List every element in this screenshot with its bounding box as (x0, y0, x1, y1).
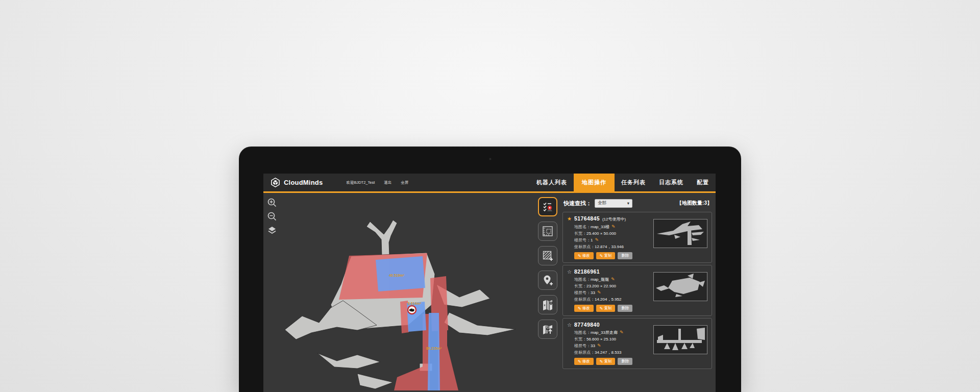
map-controls (267, 198, 277, 235)
quick-find-select[interactable]: 全部 ▾ (595, 199, 632, 208)
edit-floor-icon[interactable]: ✎ (597, 290, 601, 295)
measure-map-icon (542, 225, 554, 237)
map-floor: 33 (591, 344, 595, 348)
field-label-origin: 坐标原点： (574, 297, 595, 302)
map-list-panel: 快速查找： 全部 ▾ 【地图数量:3】 ★ 51764845 (12号使用中) (560, 193, 716, 390)
menu-item-task-list[interactable]: 任务列表 (615, 174, 652, 193)
zoom-out-button[interactable] (267, 211, 277, 222)
upload-map-tool-button[interactable] (538, 320, 557, 339)
pencil-icon: ✎ (600, 306, 603, 311)
delete-button[interactable]: 删除 (618, 305, 632, 312)
map-count-badge: 【地图数量:3】 (677, 200, 712, 207)
zoom-in-button[interactable] (267, 198, 277, 208)
field-label-name: 地图名： (574, 224, 591, 230)
add-point-tool-button[interactable] (538, 271, 557, 290)
favorite-star-icon[interactable]: ☆ (567, 269, 572, 275)
map-floor: 33 (591, 290, 595, 295)
point-list-icon (542, 201, 554, 213)
map-card-list: ★ 51764845 (12号使用中) 地图名：map_33楼✎ 长宽：25.4… (562, 212, 712, 371)
main-menu: 机器人列表 地图操作 任务列表 日志系统 配置 (530, 174, 716, 193)
map-card: ☆ 87749840 地图名：map_33层走廊✎ 长宽：56.600 × 25… (562, 318, 712, 369)
map-size: 56.600 × 25.100 (586, 337, 616, 341)
modify-button[interactable]: ✎修改 (574, 305, 594, 312)
edit-floor-icon[interactable]: ✎ (595, 238, 599, 242)
field-label-floor: 楼层号： (574, 343, 591, 349)
brand-name: CloudMinds (284, 179, 323, 186)
area-label-1: 40.519m² (389, 274, 405, 277)
favorite-star-icon[interactable]: ☆ (567, 322, 572, 328)
field-label-floor: 楼层号： (574, 237, 591, 243)
menu-item-config[interactable]: 配置 (690, 174, 716, 193)
map-card: ★ 51764845 (12号使用中) 地图名：map_33楼✎ 长宽：25.4… (562, 212, 712, 263)
map-card: ☆ 82186961 地图名：map_腿腿✎ 长宽：23.200 × 22.90… (562, 265, 712, 316)
map-id: 82186961 (574, 268, 600, 275)
map-toolbar (538, 197, 557, 339)
add-area-icon (542, 250, 554, 262)
map-marker-tool-button[interactable] (538, 295, 557, 314)
quick-find-row: 快速查找： 全部 ▾ 【地图数量:3】 (564, 198, 712, 208)
copy-button[interactable]: ✎复制 (596, 305, 616, 312)
map-canvas[interactable]: 40.519m² 8.614m² 80.215m² (263, 193, 554, 390)
map-origin: 12.874，33.946 (595, 244, 624, 250)
area-label-2: 8.614m² (408, 302, 422, 305)
copy-button[interactable]: ✎复制 (596, 252, 616, 259)
map-origin: 34.247，8.533 (595, 350, 622, 355)
edit-name-icon[interactable]: ✎ (620, 330, 624, 335)
delete-button[interactable]: 删除 (618, 358, 632, 365)
map-origin: 14.204，5.952 (595, 297, 622, 302)
map-thumbnail[interactable] (653, 272, 707, 301)
edit-name-icon[interactable]: ✎ (611, 225, 616, 229)
layers-button[interactable] (267, 225, 277, 235)
field-label-origin: 坐标原点： (574, 244, 595, 250)
delete-button[interactable]: 删除 (618, 252, 632, 259)
quick-find-label: 快速查找： (564, 200, 592, 207)
map-name: map_33层走廊 (591, 330, 618, 335)
chevron-down-icon: ▾ (627, 201, 629, 206)
navbar: CloudMinds 欢迎BJDT2_Test 退出 全屏 机器人列表 地图操作… (263, 174, 716, 193)
content: 40.519m² 8.614m² 80.215m² (263, 193, 716, 390)
map-thumbnail[interactable] (653, 219, 707, 248)
webcam-dot (489, 158, 492, 160)
robot-position-marker[interactable] (408, 306, 416, 314)
quick-find-value: 全部 (598, 200, 606, 206)
field-label-name: 地图名： (574, 277, 591, 282)
fullscreen-link[interactable]: 全屏 (401, 180, 408, 185)
field-label-size: 长宽： (574, 231, 586, 236)
modify-button[interactable]: ✎修改 (574, 358, 594, 365)
map-name: map_33楼 (591, 224, 609, 230)
app-screen: CloudMinds 欢迎BJDT2_Test 退出 全屏 机器人列表 地图操作… (263, 174, 716, 392)
cloudminds-logo-icon (271, 178, 280, 187)
field-label-size: 长宽： (574, 283, 586, 289)
brand: CloudMinds (271, 178, 323, 187)
edit-floor-icon[interactable]: ✎ (597, 344, 601, 348)
upload-map-icon (542, 323, 554, 335)
logout-link[interactable]: 退出 (384, 180, 391, 185)
map-id: 87749840 (574, 322, 600, 328)
copy-button[interactable]: ✎复制 (596, 358, 616, 365)
point-list-tool-button[interactable] (538, 197, 557, 216)
favorite-star-icon[interactable]: ★ (567, 216, 572, 222)
modify-button[interactable]: ✎修改 (574, 252, 594, 259)
laptop-frame: CloudMinds 欢迎BJDT2_Test 退出 全屏 机器人列表 地图操作… (239, 146, 741, 392)
measure-tool-button[interactable] (538, 222, 557, 241)
menu-item-robot-list[interactable]: 机器人列表 (530, 174, 574, 193)
map-name: map_腿腿 (591, 277, 609, 282)
field-label-floor: 楼层号： (574, 290, 591, 296)
pencil-icon: ✎ (578, 254, 581, 258)
edit-name-icon[interactable]: ✎ (611, 277, 615, 282)
field-label-size: 长宽： (574, 336, 586, 342)
map-id: 51764845 (574, 215, 600, 222)
map-thumbnail[interactable] (653, 325, 707, 354)
area-label-3: 80.215m² (426, 347, 442, 350)
welcome-text: 欢迎BJDT2_Test (346, 180, 375, 185)
pencil-icon: ✎ (578, 359, 581, 364)
map-floor: 1 (591, 238, 593, 242)
map-size: 23.200 × 22.900 (586, 284, 616, 288)
menu-item-map-ops[interactable]: 地图操作 (574, 174, 615, 193)
pencil-icon: ✎ (600, 359, 603, 364)
add-point-icon (542, 274, 554, 286)
add-area-tool-button[interactable] (538, 246, 557, 265)
pencil-icon: ✎ (578, 306, 581, 311)
field-label-name: 地图名： (574, 330, 591, 335)
menu-item-log-system[interactable]: 日志系统 (652, 174, 690, 193)
